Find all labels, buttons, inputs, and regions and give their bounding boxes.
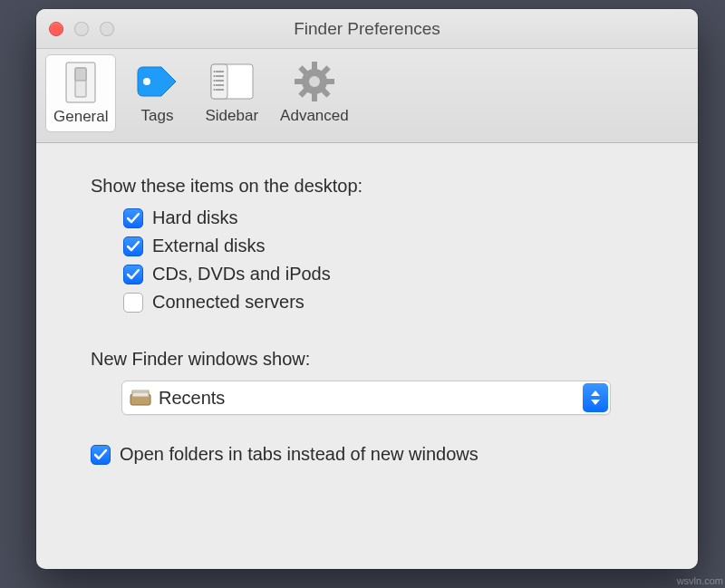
checkbox-row-tabs[interactable]: Open folders in tabs instead of new wind… [91, 444, 643, 465]
tab-label: Tags [141, 107, 174, 125]
maximize-button[interactable] [100, 22, 114, 36]
checkbox-label: Open folders in tabs instead of new wind… [120, 444, 478, 465]
svg-rect-19 [312, 92, 317, 101]
minimize-button[interactable] [74, 22, 89, 36]
svg-point-13 [213, 80, 215, 82]
tab-sidebar[interactable]: Sidebar [198, 54, 266, 130]
svg-rect-21 [325, 79, 334, 84]
window-title: Finder Preferences [36, 19, 698, 39]
svg-point-17 [309, 76, 320, 87]
checkbox-row-servers[interactable]: Connected servers [123, 292, 643, 313]
checkbox-row-cds[interactable]: CDs, DVDs and iPods [123, 264, 643, 284]
recents-icon [128, 388, 153, 408]
desktop-items-label: Show these items on the desktop: [91, 176, 643, 197]
content-pane: Show these items on the desktop: Hard di… [36, 143, 698, 499]
checkbox-label: Connected servers [152, 292, 304, 313]
traffic-lights [49, 22, 114, 36]
gear-icon [291, 58, 338, 105]
checkbox-label: External disks [152, 236, 266, 256]
select-stepper[interactable] [583, 383, 608, 412]
checkbox-row-external-disks[interactable]: External disks [123, 236, 643, 256]
tab-label: Advanced [280, 107, 349, 125]
svg-point-14 [213, 84, 215, 86]
tab-label: Sidebar [205, 107, 258, 125]
svg-rect-18 [312, 62, 317, 71]
checkbox-servers[interactable] [123, 293, 143, 313]
checkbox-cds[interactable] [123, 265, 143, 284]
watermark: wsvln.com [677, 575, 723, 586]
tab-tags[interactable]: Tags [123, 54, 190, 130]
svg-point-11 [213, 71, 215, 72]
checkbox-hard-disks[interactable] [123, 208, 143, 228]
svg-rect-2 [75, 68, 86, 81]
tab-general[interactable]: General [45, 54, 116, 132]
new-windows-select[interactable]: Recents [121, 381, 611, 415]
toolbar: General Tags [36, 49, 698, 143]
checkbox-external-disks[interactable] [123, 236, 143, 256]
chevron-up-icon [591, 390, 600, 396]
svg-rect-28 [132, 392, 149, 397]
titlebar[interactable]: Finder Preferences [36, 9, 698, 49]
tab-label: General [53, 108, 108, 126]
checkbox-label: CDs, DVDs and iPods [152, 264, 331, 284]
new-windows-label: New Finder windows show: [91, 349, 643, 370]
close-button[interactable] [49, 22, 63, 36]
svg-point-15 [213, 89, 215, 91]
sidebar-icon [208, 58, 256, 105]
checkbox-open-in-tabs[interactable] [91, 445, 111, 465]
svg-point-12 [213, 75, 215, 77]
checkbox-label: Hard disks [152, 207, 237, 228]
select-value: Recents [159, 388, 225, 409]
tag-icon [133, 58, 180, 105]
svg-point-3 [143, 78, 150, 85]
checkbox-row-hard-disks[interactable]: Hard disks [123, 207, 643, 228]
preferences-window: Finder Preferences General Tags [36, 9, 698, 569]
svg-rect-20 [295, 79, 304, 84]
tab-advanced[interactable]: Advanced [273, 54, 356, 130]
svg-rect-5 [211, 64, 227, 99]
switch-icon [57, 59, 104, 106]
chevron-down-icon [591, 400, 600, 405]
